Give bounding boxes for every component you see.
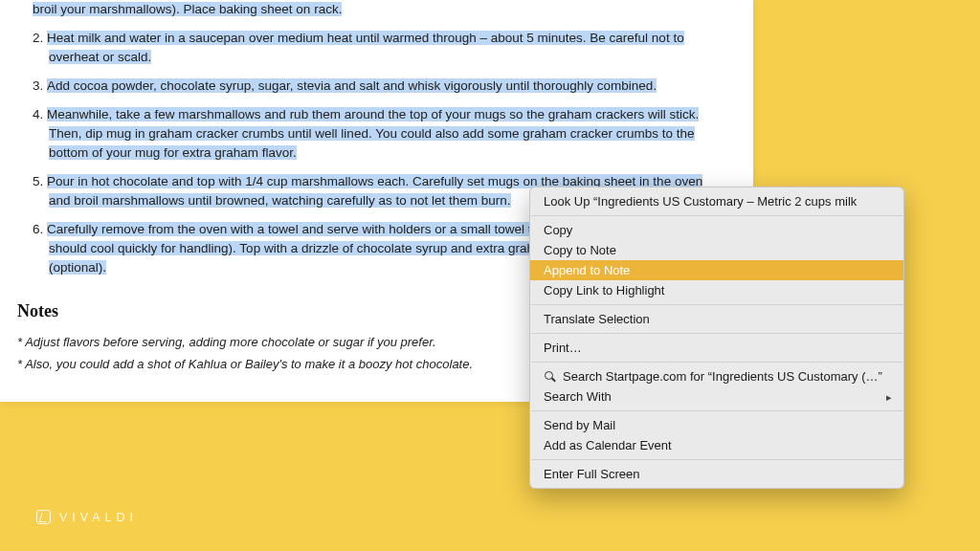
menu-search-startpage[interactable]: Search Startpage.com for “Ingredients US… [530, 366, 903, 386]
vivaldi-icon [36, 510, 51, 524]
chevron-right-icon: ▸ [886, 390, 892, 403]
menu-copy-to-note[interactable]: Copy to Note [530, 240, 903, 260]
menu-lookup[interactable]: Look Up “Ingredients US Customary – Metr… [530, 191, 903, 211]
instruction-step-3[interactable]: Add cocoa powder, chocolate syrup, sugar… [33, 77, 724, 96]
menu-separator [531, 333, 902, 334]
menu-separator [531, 304, 902, 305]
menu-separator [531, 410, 902, 411]
menu-print[interactable]: Print… [530, 338, 903, 358]
menu-translate[interactable]: Translate Selection [530, 309, 903, 329]
instruction-step-2[interactable]: Heat milk and water in a saucepan over m… [33, 29, 724, 67]
menu-separator [531, 459, 902, 460]
menu-separator [531, 362, 902, 363]
context-menu: Look Up “Ingredients US Customary – Metr… [529, 187, 904, 489]
search-icon [544, 370, 557, 384]
menu-copy[interactable]: Copy [530, 220, 903, 240]
instruction-step-1-partial[interactable]: broil your marshmallows). Place baking s… [33, 2, 342, 16]
vivaldi-logo: VIVALDI [36, 510, 138, 524]
menu-append-to-note[interactable]: Append to Note [530, 260, 903, 280]
vivaldi-wordmark: VIVALDI [59, 511, 138, 524]
menu-search-with[interactable]: Search With ▸ [530, 386, 903, 407]
menu-enter-fullscreen[interactable]: Enter Full Screen [530, 464, 903, 484]
menu-send-mail[interactable]: Send by Mail [530, 415, 903, 435]
instruction-step-4[interactable]: Meanwhile, take a few marshmallows and r… [33, 105, 724, 163]
menu-separator [531, 215, 902, 216]
menu-copy-link-highlight[interactable]: Copy Link to Highlight [530, 280, 903, 300]
menu-add-calendar[interactable]: Add as Calendar Event [530, 435, 903, 455]
